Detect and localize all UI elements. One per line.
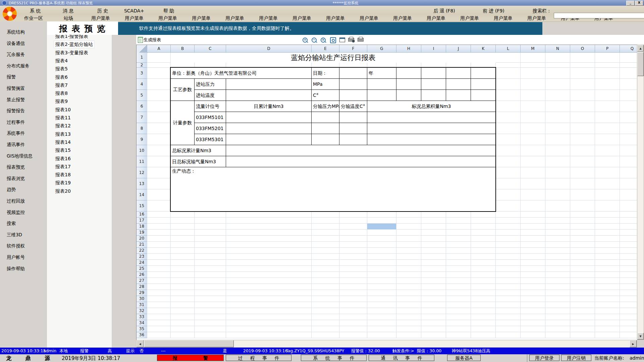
forward-button[interactable]: 前 进 (F9) [483, 8, 504, 14]
column-header-G[interactable]: G [367, 45, 396, 53]
user-login-button[interactable]: 用户登录 [529, 355, 559, 361]
back-button[interactable]: 后 退 (F8) [433, 8, 455, 14]
row-header-20[interactable]: 20 [137, 236, 147, 242]
row-header-22[interactable]: 22 [137, 248, 147, 254]
sidebar-item-18[interactable]: 搜索 [7, 220, 16, 227]
print-setup-icon[interactable] [348, 38, 354, 42]
row-header-12[interactable]: 12 [137, 167, 147, 178]
row-header-21[interactable]: 21 [137, 242, 147, 248]
report-list-item-17[interactable]: 报表17 [55, 163, 71, 170]
generate-report-button[interactable]: 生成报表 [144, 37, 161, 43]
scroll-left-icon[interactable]: ◀ [137, 340, 144, 347]
report-list-item-4[interactable]: 报表4 [55, 57, 68, 64]
row-header-11[interactable]: 11 [137, 156, 147, 167]
column-header-A[interactable]: A [147, 45, 171, 53]
column-header-C[interactable]: C [195, 45, 226, 53]
sidebar-item-16[interactable]: 过程回放 [7, 197, 25, 204]
column-header-K[interactable]: K [471, 45, 496, 53]
horizontal-scrollbar[interactable]: ◀ ▶ [136, 340, 637, 348]
menu-item-5[interactable]: 帮 助 [163, 8, 174, 14]
minimize-button[interactable]: _ [626, 1, 635, 6]
search-input[interactable] [554, 13, 644, 18]
vertical-scroll-thumb[interactable] [637, 52, 644, 76]
report-list-item-9[interactable]: 报表9 [55, 98, 68, 105]
row-header-17[interactable]: 17 [137, 218, 147, 224]
alarm-button[interactable]: 报 警 [157, 355, 224, 361]
report-list-item-19[interactable]: 报表19 [55, 179, 71, 186]
sidebar-item-5[interactable]: 报警 [7, 73, 16, 80]
sidebar-item-19[interactable]: 三维3D [7, 231, 22, 238]
report-list-item-15[interactable]: 报表15 [55, 147, 71, 154]
row-header-29[interactable]: 29 [137, 290, 147, 296]
report-list-item-20[interactable]: 报表20 [55, 188, 71, 195]
row-header-5[interactable]: 5 [137, 90, 147, 101]
sidebar-item-2[interactable]: 设备通信 [7, 40, 25, 47]
row-header-28[interactable]: 28 [137, 284, 147, 290]
report-list-item-13[interactable]: 报表13 [55, 131, 71, 138]
scroll-down-icon[interactable]: ▼ [637, 333, 644, 340]
report-list-item-16[interactable]: 报表16 [55, 155, 71, 162]
row-header-3[interactable]: 3 [137, 68, 147, 79]
sidebar-item-14[interactable]: 报表浏览 [7, 175, 25, 182]
row-header-14[interactable]: 14 [137, 189, 147, 200]
row-header-10[interactable]: 10 [137, 145, 147, 156]
row-header-33[interactable]: 33 [137, 314, 147, 320]
row-header-7[interactable]: 7 [137, 112, 147, 123]
sidebar-item-15[interactable]: 趋势 [7, 186, 16, 193]
report-list-item-12[interactable]: 报表12 [55, 122, 71, 129]
column-header-O[interactable]: O [570, 45, 595, 53]
zoom-out-icon[interactable]: − [312, 38, 317, 43]
row-header-4[interactable]: 4 [137, 79, 147, 90]
submenu-item-10[interactable]: 用户菜单 [326, 15, 345, 21]
column-header-B[interactable]: B [171, 45, 195, 53]
column-header-Q[interactable]: Q [620, 45, 637, 53]
column-header-M[interactable]: M [521, 45, 545, 53]
row-header-36[interactable]: 36 [137, 332, 147, 338]
sidebar-item-10[interactable]: 系统事件 [7, 130, 25, 136]
row-header-2[interactable]: 2 [137, 63, 147, 68]
zoom-fit-icon[interactable] [330, 37, 336, 43]
system-events-button[interactable]: 系 统 事 件 [301, 355, 367, 361]
submenu-item-16[interactable]: 用户菜单 [527, 15, 546, 21]
submenu-item-7[interactable]: 用户菜单 [225, 15, 244, 21]
sidebar-item-4[interactable]: 分布式服务 [7, 62, 30, 69]
report-list-item-2[interactable]: 报表2-蓝焰分输站 [54, 41, 94, 48]
column-header-L[interactable]: L [496, 45, 521, 53]
comm-events-button[interactable]: 通 讯 事 件 [369, 355, 434, 361]
sidebar-item-11[interactable]: 通讯事件 [7, 141, 25, 148]
close-button[interactable]: X [635, 1, 643, 6]
submenu-item-9[interactable]: 用户菜单 [292, 15, 311, 21]
sidebar-item-9[interactable]: 过程事件 [7, 119, 25, 125]
sidebar-item-20[interactable]: 软件授权 [7, 242, 25, 249]
row-header-32[interactable]: 32 [137, 308, 147, 314]
row-header-6[interactable]: 6 [137, 101, 147, 112]
sidebar-item-6[interactable]: 报警搁置 [7, 85, 25, 92]
row-header-34[interactable]: 34 [137, 320, 147, 326]
report-list-item-3[interactable]: 报表3-变量报表 [55, 49, 88, 56]
column-header-D[interactable]: D [226, 45, 312, 53]
column-header-N[interactable]: N [545, 45, 570, 53]
row-header-8[interactable]: 8 [137, 123, 147, 134]
column-header-P[interactable]: P [595, 45, 620, 53]
select-all-corner[interactable] [137, 45, 148, 53]
submenu-item-11[interactable]: 用户菜单 [360, 15, 378, 21]
menu-item-1[interactable]: 系 统 [30, 8, 41, 14]
row-header-9[interactable]: 9 [137, 134, 147, 145]
row-header-18[interactable]: 18 [137, 224, 147, 230]
submenu-item-5[interactable]: 用户菜单 [158, 15, 177, 21]
submenu-item-14[interactable]: 用户菜单 [460, 15, 479, 21]
report-list-item-6[interactable]: 报表6 [55, 74, 68, 81]
scroll-up-icon[interactable]: ▲ [637, 45, 644, 52]
zoom-reset-icon[interactable]: × [321, 38, 326, 43]
row-header-27[interactable]: 27 [137, 278, 147, 284]
row-header-13[interactable]: 13 [137, 178, 147, 189]
sidebar-item-13[interactable]: 报表预览 [7, 164, 25, 170]
sidebar-item-3[interactable]: 冗余服务 [7, 51, 25, 58]
row-header-35[interactable]: 35 [137, 326, 147, 332]
row-header-25[interactable]: 25 [137, 266, 147, 272]
vertical-scrollbar[interactable]: ▲ ▼ [637, 45, 644, 340]
row-header-15[interactable]: 15 [137, 200, 147, 212]
row-header-19[interactable]: 19 [137, 230, 147, 236]
row-header-23[interactable]: 23 [137, 254, 147, 260]
sidebar-item-17[interactable]: 视频监控 [7, 209, 25, 216]
